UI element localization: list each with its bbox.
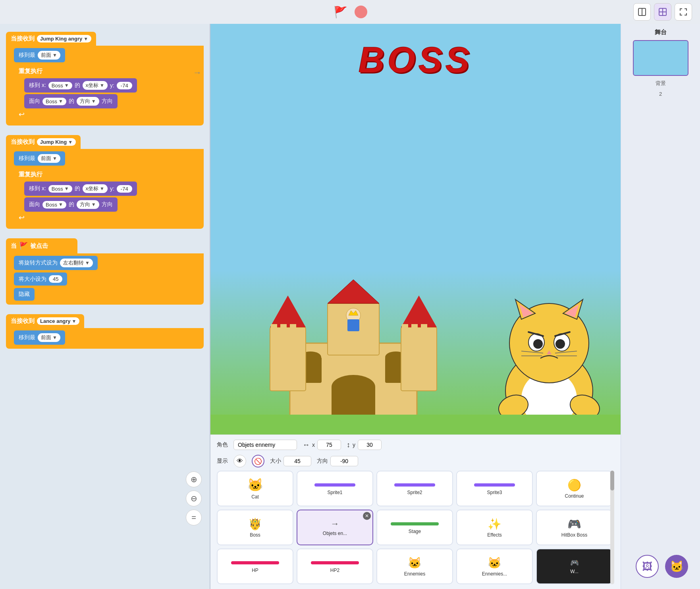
sprite-item-ennemies[interactable]: 🐱 Ennemies xyxy=(376,548,453,584)
sprite-item-w[interactable]: 🎮 W... xyxy=(536,548,613,584)
stage-sprite-label: Stage xyxy=(409,529,421,534)
message-pill-2[interactable]: Jump King ▼ xyxy=(37,138,76,146)
sprite-item-sprite3[interactable]: Sprite3 xyxy=(456,471,533,506)
hitbox-icon: 🎮 xyxy=(567,518,581,531)
stage-panel-label: 舞台 xyxy=(655,29,667,36)
sprite-item-objets-ennemy[interactable]: ✕ → Objets en... xyxy=(297,510,373,545)
svg-rect-20 xyxy=(290,324,296,331)
sprite1-bar xyxy=(314,483,356,487)
sprite2-label: Sprite2 xyxy=(407,490,422,495)
block-header-4: 当接收到 Lance angry ▼ xyxy=(6,314,84,328)
svg-point-7 xyxy=(332,375,375,399)
move-front-block-4[interactable]: 移到最 前面 ▼ xyxy=(14,330,65,345)
show-button[interactable]: 👁 xyxy=(233,455,246,467)
sprite-item-sprite2[interactable]: Sprite2 xyxy=(376,471,453,506)
front-pill-4[interactable]: 前面 ▼ xyxy=(38,333,60,342)
stage-thumbnail[interactable] xyxy=(633,40,688,76)
x-input[interactable] xyxy=(317,440,341,450)
sprite-item-hp2[interactable]: HP2 xyxy=(297,548,373,584)
code-block-2: 当接收到 Jump King ▼ 移到最 前面 ▼ 重复执行 移到 x: Bo xyxy=(6,135,204,229)
face-block-1[interactable]: 面向 Boss ▼ 的 方向 ▼ 方向 xyxy=(24,94,118,108)
ennemies2-label: Ennemies... xyxy=(482,571,507,577)
move-to-block-2[interactable]: 移到 x: Boss ▼ 的 x坐标 ▼ y: -74 xyxy=(24,182,137,196)
sprite-item-ennemies2[interactable]: 🐱 Ennemies... xyxy=(456,548,533,584)
boss-scene: BOSS xyxy=(210,24,621,435)
trigger-label-1: 当接收到 xyxy=(11,35,35,42)
boss-sprite-icon: 🤴 xyxy=(248,518,262,531)
zoom-controls: ⊕ ⊖ = xyxy=(186,471,202,525)
fit-button[interactable]: = xyxy=(186,510,202,525)
zoom-in-button[interactable]: ⊕ xyxy=(186,471,202,487)
castle-svg xyxy=(258,280,449,435)
message-pill-4[interactable]: Lance angry ▼ xyxy=(37,317,79,325)
loop-header-1: 重复执行 xyxy=(19,68,137,75)
hide-block[interactable]: 隐藏 xyxy=(14,288,35,301)
sprite3-bar xyxy=(474,483,515,487)
sprite-item-sprite1[interactable]: Sprite1 xyxy=(297,471,373,506)
sprite-item-hp[interactable]: HP xyxy=(217,548,293,584)
sprite-name-input[interactable] xyxy=(233,440,297,450)
face-block-2[interactable]: 面向 Boss ▼ 的 方向 ▼ 方向 xyxy=(24,197,118,212)
dropdown-arrow-1: ▼ xyxy=(83,36,88,42)
svg-rect-21 xyxy=(402,324,408,331)
y-coord-group: ↕ y xyxy=(347,440,382,450)
ennemies-label: Ennemies xyxy=(404,571,425,577)
sprite-item-cat[interactable]: 🐱 Cat xyxy=(217,471,293,506)
size-input[interactable] xyxy=(283,456,311,466)
size-block[interactable]: 将大小设为 45 xyxy=(14,272,67,286)
code-block-1: 当接收到 Jump King angry ▼ 移到最 前面 ▼ 重复执行 移到 … xyxy=(6,32,204,126)
stage-area: BOSS xyxy=(210,24,621,589)
sprite-delete-button[interactable]: ✕ xyxy=(363,512,371,520)
hide-display-button[interactable]: 🚫 xyxy=(252,455,264,467)
sprite-item-effects[interactable]: ✨ Effects xyxy=(456,510,533,545)
hp2-label: HP2 xyxy=(330,568,339,573)
message-pill-1[interactable]: Jump King angry ▼ xyxy=(37,35,91,42)
sprite-item-continue[interactable]: 🟡 Continue xyxy=(536,471,613,506)
svg-marker-15 xyxy=(270,295,306,327)
block-header-3: 当 🚩 被点击 xyxy=(6,238,77,253)
view-mode-3-button[interactable] xyxy=(675,3,692,21)
front-pill-2[interactable]: 前面 ▼ xyxy=(38,154,60,163)
sprite-item-stage[interactable]: Stage xyxy=(376,510,453,545)
direction-input[interactable] xyxy=(330,456,358,466)
continue-sprite-icon: 🟡 xyxy=(567,479,581,492)
w-icon: 🎮 xyxy=(570,558,579,567)
display-row: 显示 👁 🚫 大小 方向 xyxy=(217,455,614,467)
move-front-block-2[interactable]: 移到最 前面 ▼ xyxy=(14,151,65,166)
boss-title: BOSS xyxy=(359,40,472,81)
sprite-grid-scrollbar[interactable] xyxy=(610,471,614,584)
x-coord-group: ↔ x xyxy=(303,440,341,450)
loop-header-2: 重复执行 xyxy=(19,171,137,178)
flag-icon-block: 🚩 xyxy=(19,241,28,250)
fab-add-sprite-button[interactable]: 🐱 xyxy=(665,555,688,578)
view-mode-1-button[interactable] xyxy=(633,3,651,21)
block-body-1: 移到最 前面 ▼ 重复执行 移到 x: Boss ▼ 的 x坐标 ▼ y: -7… xyxy=(6,46,204,126)
front-pill-1[interactable]: 前面 ▼ xyxy=(38,51,60,60)
fab-stage-button[interactable]: 🖼 xyxy=(636,555,659,578)
rotation-block[interactable]: 将旋转方式设为 左右翻转 ▼ xyxy=(14,256,98,270)
zoom-out-button[interactable]: ⊖ xyxy=(186,491,202,506)
stop-button[interactable] xyxy=(355,6,367,18)
stage-canvas: BOSS xyxy=(210,24,621,435)
loop-block-1: 重复执行 移到 x: Boss ▼ 的 x坐标 ▼ y: -74 面向 Bo xyxy=(14,65,142,122)
objets-ennemy-label: Objets en... xyxy=(323,531,347,536)
view-mode-2-button[interactable] xyxy=(654,3,671,21)
sprite-grid-container: 🐱 Cat Sprite1 Sprite2 xyxy=(217,471,614,584)
svg-marker-16 xyxy=(401,295,437,327)
toolbar-center: 🚩 xyxy=(333,4,367,19)
move-to-block-1[interactable]: 移到 x: Boss ▼ 的 x坐标 ▼ y: -74 xyxy=(24,78,137,93)
bg-label: 背景 xyxy=(656,80,666,87)
move-front-block-1[interactable]: 移到最 前面 ▼ xyxy=(14,48,65,62)
sprite-role-label: 角色 xyxy=(217,441,228,448)
sprite-panel: 角色 ↔ x ↕ y 显示 👁 🚫 大小 xyxy=(210,435,621,589)
stage-bar xyxy=(391,522,439,525)
svg-rect-12 xyxy=(270,327,306,391)
effects-icon: ✨ xyxy=(488,518,501,531)
sprite-item-hitbox-boss[interactable]: 🎮 HitBox Boss xyxy=(536,510,613,545)
hitbox-boss-label: HitBox Boss xyxy=(561,532,587,538)
sprite-item-boss[interactable]: 🤴 Boss xyxy=(217,510,293,545)
hp-label: HP xyxy=(252,568,258,573)
green-flag-button[interactable]: 🚩 xyxy=(333,4,348,19)
y-input[interactable] xyxy=(358,440,382,450)
ground xyxy=(210,415,621,435)
